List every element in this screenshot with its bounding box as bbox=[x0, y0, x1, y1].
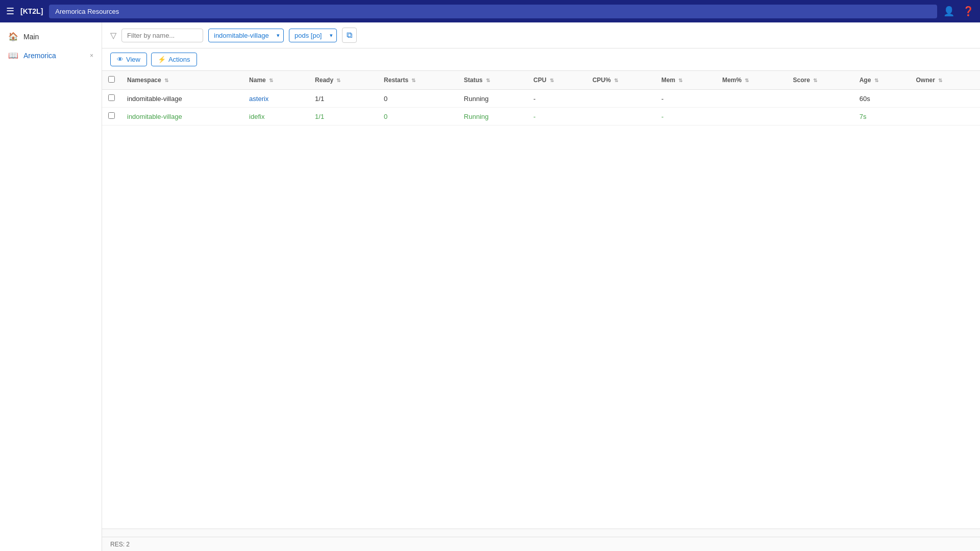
row-owner bbox=[910, 108, 980, 126]
sort-name-icon: ⇅ bbox=[269, 78, 273, 83]
sort-age-icon: ⇅ bbox=[874, 78, 878, 83]
eye-icon: 👁 bbox=[117, 56, 124, 63]
col-header-age[interactable]: Age ⇅ bbox=[853, 71, 910, 90]
col-header-status[interactable]: Status ⇅ bbox=[458, 71, 527, 90]
select-all-checkbox[interactable] bbox=[108, 76, 115, 83]
sidebar-item-aremorica[interactable]: 📖 Aremorica × bbox=[0, 46, 102, 64]
col-header-mempct[interactable]: Mem% ⇅ bbox=[716, 71, 787, 90]
sort-cpupct-icon: ⇅ bbox=[614, 78, 618, 83]
content-area: ▽ indomitable-village pods [po] ⧉ 👁 View bbox=[102, 22, 980, 551]
close-cluster-button[interactable]: × bbox=[90, 52, 93, 59]
user-icon[interactable]: 👤 bbox=[943, 6, 954, 17]
row-checkbox-cell[interactable] bbox=[102, 108, 121, 126]
view-label: View bbox=[126, 56, 140, 63]
table-header-row: Namespace ⇅ Name ⇅ Ready ⇅ Restarts ⇅ St… bbox=[102, 71, 980, 90]
row-score bbox=[787, 90, 853, 108]
sort-mem-icon: ⇅ bbox=[678, 78, 682, 83]
menu-icon[interactable]: ☰ bbox=[6, 6, 14, 17]
sort-score-icon: ⇅ bbox=[813, 78, 817, 83]
row-checkbox-0[interactable] bbox=[108, 94, 115, 101]
topbar: ☰ [KT2L] 👤 ❓ bbox=[0, 0, 980, 22]
row-mem: - bbox=[655, 108, 716, 126]
col-header-namespace[interactable]: Namespace ⇅ bbox=[121, 71, 243, 90]
row-ready: 1/1 bbox=[309, 90, 378, 108]
row-status: Running bbox=[458, 108, 527, 126]
resource-select[interactable]: pods [po] bbox=[289, 29, 337, 42]
row-owner bbox=[910, 90, 980, 108]
sidebar-item-main[interactable]: 🏠 Main bbox=[0, 27, 102, 46]
namespace-select-wrapper: indomitable-village bbox=[208, 29, 284, 42]
toolbar: ▽ indomitable-village pods [po] ⧉ bbox=[102, 22, 980, 48]
col-header-name[interactable]: Name ⇅ bbox=[243, 71, 309, 90]
sort-ready-icon: ⇅ bbox=[336, 78, 340, 83]
topbar-icons: 👤 ❓ bbox=[943, 6, 974, 17]
row-cpupct bbox=[586, 108, 655, 126]
sort-namespace-icon: ⇅ bbox=[164, 78, 168, 83]
bolt-icon: ⚡ bbox=[158, 56, 166, 63]
res-count: RES: 2 bbox=[110, 541, 130, 548]
row-name[interactable]: idefix bbox=[243, 108, 309, 126]
actions-label: Actions bbox=[168, 56, 190, 63]
row-age: 60s bbox=[853, 90, 910, 108]
row-cpupct bbox=[586, 90, 655, 108]
table-row[interactable]: indomitable-village idefix 1/1 0 Running… bbox=[102, 108, 980, 126]
col-header-cpu[interactable]: CPU ⇅ bbox=[527, 71, 586, 90]
home-icon: 🏠 bbox=[8, 32, 18, 41]
filter-icon: ▽ bbox=[110, 31, 116, 40]
main-layout: 🏠 Main 📖 Aremorica × ▽ indomitable-villa… bbox=[0, 22, 980, 551]
namespace-select[interactable]: indomitable-village bbox=[208, 29, 284, 42]
row-ready: 1/1 bbox=[309, 108, 378, 126]
col-header-cpupct[interactable]: CPU% ⇅ bbox=[586, 71, 655, 90]
row-name[interactable]: asterix bbox=[243, 90, 309, 108]
resource-select-wrapper: pods [po] bbox=[289, 29, 337, 42]
sort-cpu-icon: ⇅ bbox=[550, 78, 554, 83]
statusbar: RES: 2 bbox=[102, 537, 980, 551]
row-score bbox=[787, 108, 853, 126]
copy-button[interactable]: ⧉ bbox=[342, 28, 357, 43]
row-restarts: 0 bbox=[378, 90, 458, 108]
col-header-restarts[interactable]: Restarts ⇅ bbox=[378, 71, 458, 90]
row-age: 7s bbox=[853, 108, 910, 126]
row-checkbox-cell[interactable] bbox=[102, 90, 121, 108]
row-status: Running bbox=[458, 90, 527, 108]
view-button[interactable]: 👁 View bbox=[110, 53, 147, 66]
row-mempct bbox=[716, 108, 787, 126]
horizontal-scrollbar[interactable] bbox=[102, 529, 980, 537]
col-header-mem[interactable]: Mem ⇅ bbox=[655, 71, 716, 90]
sidebar-main-label: Main bbox=[23, 33, 39, 41]
sort-restarts-icon: ⇅ bbox=[411, 78, 415, 83]
row-namespace: indomitable-village bbox=[121, 90, 243, 108]
brand-label: [KT2L] bbox=[20, 7, 43, 15]
book-icon: 📖 bbox=[8, 51, 18, 60]
table-container: Namespace ⇅ Name ⇅ Ready ⇅ Restarts ⇅ St… bbox=[102, 71, 980, 529]
row-namespace: indomitable-village bbox=[121, 108, 243, 126]
filter-input[interactable] bbox=[121, 29, 203, 42]
col-header-score[interactable]: Score ⇅ bbox=[787, 71, 853, 90]
sidebar: 🏠 Main 📖 Aremorica × bbox=[0, 22, 102, 551]
col-header-ready[interactable]: Ready ⇅ bbox=[309, 71, 378, 90]
row-cpu: - bbox=[527, 90, 586, 108]
sort-owner-icon: ⇅ bbox=[938, 78, 942, 83]
actions-button[interactable]: ⚡ Actions bbox=[151, 53, 197, 66]
header-checkbox-cell[interactable] bbox=[102, 71, 121, 90]
sort-status-icon: ⇅ bbox=[486, 78, 490, 83]
sidebar-cluster-label: Aremorica bbox=[23, 52, 56, 60]
help-icon[interactable]: ❓ bbox=[963, 6, 974, 17]
row-mempct bbox=[716, 90, 787, 108]
sort-mempct-icon: ⇅ bbox=[745, 78, 749, 83]
col-header-owner[interactable]: Owner ⇅ bbox=[910, 71, 980, 90]
global-search-input[interactable] bbox=[49, 5, 937, 18]
row-checkbox-1[interactable] bbox=[108, 112, 115, 119]
row-restarts: 0 bbox=[378, 108, 458, 126]
row-mem: - bbox=[655, 90, 716, 108]
row-cpu: - bbox=[527, 108, 586, 126]
action-bar: 👁 View ⚡ Actions bbox=[102, 48, 980, 71]
table-row[interactable]: indomitable-village asterix 1/1 0 Runnin… bbox=[102, 90, 980, 108]
pods-table: Namespace ⇅ Name ⇅ Ready ⇅ Restarts ⇅ St… bbox=[102, 71, 980, 126]
